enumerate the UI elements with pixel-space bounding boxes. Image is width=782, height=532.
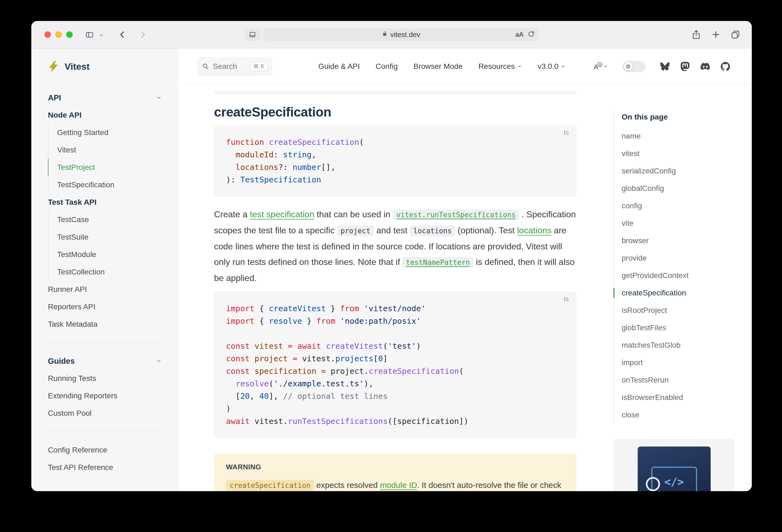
sidebar-item-config-reference[interactable]: Config Reference: [31, 441, 178, 459]
new-tab-icon[interactable]: [711, 30, 721, 39]
nav-guide-api[interactable]: Guide & API: [310, 62, 368, 71]
sidebar-item-reporters-api[interactable]: Reporters API: [31, 298, 178, 316]
nav-config[interactable]: Config: [368, 62, 406, 71]
sidebar-item-runner-api[interactable]: Runner API: [31, 281, 178, 298]
outline-link-vite[interactable]: vite: [621, 215, 744, 232]
share-icon[interactable]: [691, 30, 701, 39]
outline-link-close[interactable]: close: [621, 406, 744, 424]
sidebar-section-guides[interactable]: Guides: [31, 352, 178, 370]
outline-link-browser[interactable]: browser: [621, 232, 744, 249]
page-title: createSpecification: [214, 105, 576, 119]
divider: [48, 431, 161, 432]
inline-link[interactable]: locations: [517, 225, 552, 235]
outline-link-ontestsrerun[interactable]: onTestsRerun: [621, 371, 744, 389]
sidebar-section-api[interactable]: API: [31, 89, 178, 106]
code-block-signature: ts function createSpecification( moduleI…: [214, 125, 576, 197]
nav-browser-mode[interactable]: Browser Mode: [405, 62, 470, 71]
sidebar-item-extending-reporters[interactable]: Extending Reporters: [31, 387, 178, 404]
sidebar-item-testproject[interactable]: TestProject: [48, 159, 178, 176]
inline-link[interactable]: test specification: [250, 209, 315, 219]
address-bar[interactable]: vitest.dev aA: [263, 28, 539, 41]
chevron-down-icon: [156, 358, 162, 364]
tab-overview-icon[interactable]: [731, 30, 740, 39]
warning-body: createSpecification expects resolved mod…: [226, 478, 564, 491]
inline-link[interactable]: module ID: [380, 481, 417, 490]
reload-icon[interactable]: [528, 31, 535, 39]
sidebar-item-testsuite[interactable]: TestSuite: [48, 228, 178, 246]
outline-title: On this page: [621, 112, 744, 122]
svg-text:a: a: [599, 63, 601, 66]
code-tag-icon: </>: [664, 476, 684, 488]
outline-link-globtestfiles[interactable]: globTestFiles: [621, 319, 744, 336]
outline-link-config[interactable]: config: [621, 197, 744, 215]
search-icon: [202, 63, 209, 70]
page-settings-button[interactable]: [245, 28, 260, 41]
inline-code-link[interactable]: vitest.runTestSpecifications: [393, 209, 519, 220]
translate-icon: A a: [593, 62, 602, 71]
zoom-window-button[interactable]: [66, 31, 73, 38]
url-text: vitest.dev: [390, 31, 420, 39]
logo[interactable]: Vitest: [31, 48, 178, 84]
divider: [48, 343, 161, 343]
bluesky-icon[interactable]: [660, 62, 670, 71]
sidebar-item-task-metadata[interactable]: Task Metadata: [31, 316, 178, 333]
translate-icon[interactable]: aA: [516, 31, 523, 38]
sponsor-ad[interactable]: </>: [613, 439, 735, 491]
search-input[interactable]: Search ⌘ K: [197, 57, 272, 76]
forward-button[interactable]: [138, 30, 147, 39]
outline-link-createspecification[interactable]: createSpecification: [621, 284, 744, 302]
top-navbar: Search ⌘ K Guide & API Config Browser Mo…: [178, 48, 752, 84]
sidebar-toggle-icon[interactable]: [85, 31, 95, 39]
discord-icon[interactable]: [701, 62, 710, 71]
code-text: import { createVitest } from 'vitest/nod…: [226, 302, 564, 427]
mastodon-icon[interactable]: [680, 62, 690, 71]
chevron-down-icon: [156, 95, 162, 101]
lock-icon: [382, 31, 388, 39]
chevron-down-icon: [517, 64, 522, 69]
outline-link-globalconfig[interactable]: globalConfig: [621, 180, 744, 197]
chevron-down-icon: [561, 64, 566, 69]
sidebar-item-test-api-reference[interactable]: Test API Reference: [31, 459, 178, 476]
nav-resources-dropdown[interactable]: Resources: [470, 62, 530, 71]
outline-link-matchestestglob[interactable]: matchesTestGlob: [621, 336, 744, 354]
sidebar-item-custom-pool[interactable]: Custom Pool: [31, 404, 178, 422]
sidebar-item-testspecification[interactable]: TestSpecification: [48, 176, 178, 193]
code-lang-badge: ts: [564, 295, 569, 303]
inline-code: project: [337, 225, 374, 236]
sidebar-item-testcase[interactable]: TestCase: [48, 211, 178, 228]
outline-link-vitest[interactable]: vitest: [621, 145, 744, 162]
minimize-window-button[interactable]: [55, 31, 62, 38]
sponsor-ad-image: </>: [638, 447, 711, 491]
sidebar-item-running-tests[interactable]: Running Tests: [31, 370, 178, 387]
sidebar-item-testcollection[interactable]: TestCollection: [48, 263, 178, 281]
outline-link-import[interactable]: import: [621, 354, 744, 371]
logo-text: Vitest: [65, 61, 90, 72]
sidebar-item-test-task-api[interactable]: Test Task API: [31, 193, 178, 211]
inline-code: locations: [410, 225, 455, 236]
outline-link-provide[interactable]: provide: [621, 249, 744, 267]
back-button[interactable]: [118, 30, 127, 39]
outline-link-isrootproject[interactable]: isRootProject: [621, 302, 744, 319]
outline-link-isbrowserenabled[interactable]: isBrowserEnabled: [621, 389, 744, 406]
github-icon[interactable]: [721, 62, 730, 71]
inline-code-link[interactable]: testNamePattern: [402, 257, 473, 268]
outline-aside: On this page name vitest serializedConfi…: [613, 84, 744, 491]
theme-toggle[interactable]: [623, 61, 646, 72]
inline-code: createSpecification: [226, 480, 314, 491]
sidebar-item-node-api[interactable]: Node API: [31, 106, 178, 124]
doc-content: createSpecification ts function createSp…: [178, 84, 752, 491]
outline-link-getprovidedcontext[interactable]: getProvidedContext: [621, 267, 744, 284]
sidebar-item-testmodule[interactable]: TestModule: [48, 246, 178, 263]
outline-link-serializedconfig[interactable]: serializedConfig: [621, 162, 744, 180]
sidebar-item-vitest[interactable]: Vitest: [48, 141, 178, 159]
close-window-button[interactable]: [44, 31, 51, 38]
sidebar-item-getting-started[interactable]: Getting Started: [48, 124, 178, 141]
chevron-down-icon: [604, 64, 608, 69]
chevron-down-icon[interactable]: [99, 33, 104, 38]
warning-title: WARNING: [226, 463, 564, 471]
nav-version-dropdown[interactable]: v3.0.0: [530, 62, 573, 71]
outline-link-name[interactable]: name: [621, 128, 744, 145]
intro-paragraph: Create a test specification that can be …: [214, 207, 576, 286]
language-menu[interactable]: A a: [593, 62, 608, 71]
section-label: API: [48, 94, 61, 102]
